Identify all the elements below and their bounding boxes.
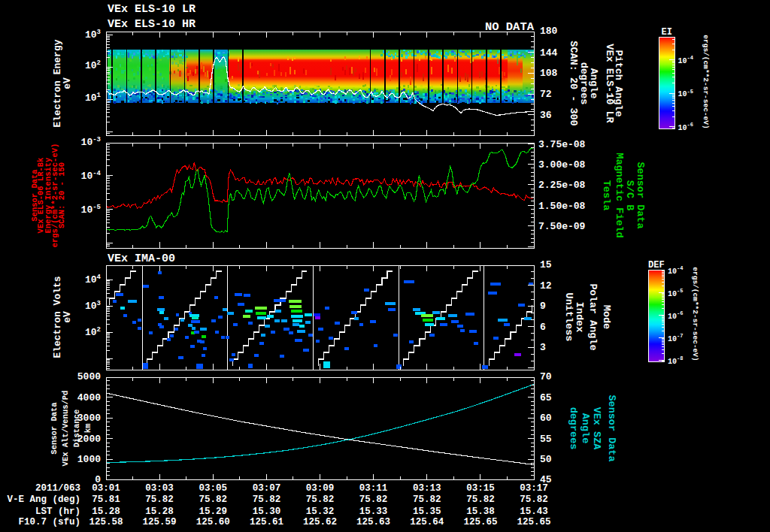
svg-text:VEx SZA: VEx SZA (591, 407, 602, 451)
svg-text:DEF: DEF (648, 260, 665, 271)
svg-text:15.38: 15.38 (466, 506, 495, 517)
svg-text:LST (hr): LST (hr) (35, 506, 80, 517)
svg-text:3.00e-08: 3.00e-08 (538, 159, 586, 171)
svg-text:3: 3 (540, 342, 546, 353)
svg-text:15.29: 15.29 (199, 506, 227, 517)
svg-text:144: 144 (540, 47, 558, 59)
svg-text:03:09: 03:09 (306, 483, 335, 494)
svg-text:F10.7 (sfu): F10.7 (sfu) (18, 517, 80, 527)
svg-text:75.82: 75.82 (253, 494, 281, 505)
svg-text:Sensor Data: Sensor Data (606, 394, 617, 461)
svg-text:125.60: 125.60 (196, 517, 230, 527)
svg-text:125.59: 125.59 (143, 517, 177, 527)
svg-text:03:11: 03:11 (359, 483, 388, 494)
svg-text:Angle: Angle (580, 413, 591, 444)
svg-text:ergs/(cm**2-sr-sec-eV): ergs/(cm**2-sr-sec-eV) (691, 267, 699, 361)
svg-text:SCAN: 20 - 150: SCAN: 20 - 150 (57, 162, 66, 228)
svg-text:75.82: 75.82 (359, 494, 388, 505)
svg-text:2011/063: 2011/063 (35, 483, 80, 494)
svg-text:V-E Ang (deg): V-E Ang (deg) (7, 494, 80, 505)
svg-text:15.30: 15.30 (253, 506, 281, 517)
svg-text:1000: 1000 (77, 454, 101, 465)
svg-text:75.82: 75.82 (199, 494, 227, 505)
svg-text:ergs/(cm**2-sr-sec-eV): ergs/(cm**2-sr-sec-eV) (702, 35, 710, 128)
svg-text:12: 12 (540, 280, 552, 292)
svg-text:VEx ELS-10 LR: VEx ELS-10 LR (604, 44, 615, 123)
svg-text:60: 60 (540, 413, 552, 424)
svg-text:75.82: 75.82 (466, 494, 495, 505)
svg-text:125.64: 125.64 (410, 517, 444, 527)
svg-text:72: 72 (540, 89, 552, 100)
svg-text:6: 6 (540, 322, 546, 333)
svg-text:4000: 4000 (77, 392, 101, 404)
svg-text:65: 65 (540, 392, 552, 404)
svg-text:NO DATA: NO DATA (485, 20, 535, 34)
svg-text:Tesla: Tesla (601, 180, 612, 211)
svg-text:125.58: 125.58 (89, 517, 123, 527)
svg-text:75.82: 75.82 (520, 494, 548, 505)
svg-text:1.50e-08: 1.50e-08 (538, 201, 586, 212)
svg-text:75.82: 75.82 (413, 494, 441, 505)
svg-text:VEx ELS-10 HR: VEx ELS-10 HR (108, 18, 196, 31)
svg-text:125.62: 125.62 (303, 517, 337, 527)
svg-text:15.33: 15.33 (359, 506, 388, 517)
svg-text:15.28: 15.28 (92, 506, 120, 517)
svg-text:3.75e-08: 3.75e-08 (538, 139, 586, 150)
svg-text:VEx Alt/Venus/Pd: VEx Alt/Venus/Pd (61, 391, 70, 467)
svg-text:EI: EI (662, 27, 672, 38)
svg-text:15.32: 15.32 (306, 506, 335, 517)
svg-text:Unitless: Unitless (563, 293, 574, 342)
svg-text:15.35: 15.35 (413, 506, 441, 517)
svg-text:km: km (83, 424, 92, 434)
svg-text:03:13: 03:13 (413, 483, 441, 494)
svg-text:75.81: 75.81 (92, 494, 120, 505)
svg-text:180: 180 (540, 26, 558, 37)
svg-text:50: 50 (540, 454, 552, 465)
svg-text:55: 55 (540, 434, 552, 445)
svg-text:Sensor Data: Sensor Data (50, 402, 59, 455)
svg-text:S/C B: S/C B (624, 180, 635, 211)
svg-text:125.61: 125.61 (250, 517, 283, 527)
svg-text:75.82: 75.82 (145, 494, 174, 505)
svg-text:eV: eV (62, 311, 73, 323)
svg-text:degrees: degrees (578, 62, 590, 105)
svg-text:03:05: 03:05 (199, 483, 227, 494)
svg-text:7.50e-09: 7.50e-09 (538, 221, 586, 232)
svg-text:15.43: 15.43 (520, 506, 548, 517)
svg-text:Distance: Distance (72, 410, 81, 447)
svg-text:03:01: 03:01 (92, 483, 120, 494)
svg-text:eV: eV (62, 77, 73, 89)
svg-text:125.63: 125.63 (356, 517, 390, 527)
svg-text:108: 108 (540, 68, 558, 79)
svg-text:03:07: 03:07 (253, 483, 281, 494)
svg-text:Magnetic Field: Magnetic Field (614, 153, 625, 237)
svg-text:70: 70 (540, 371, 552, 382)
svg-text:Index: Index (574, 302, 585, 333)
svg-text:SCAN: 20 - 300: SCAN: 20 - 300 (568, 41, 579, 125)
svg-text:5000: 5000 (77, 371, 101, 382)
svg-text:degrees: degrees (568, 407, 579, 450)
svg-text:VEx ELS-10 LR: VEx ELS-10 LR (108, 3, 196, 16)
svg-text:15.28: 15.28 (145, 506, 174, 517)
svg-text:9: 9 (540, 301, 546, 312)
svg-text:75.82: 75.82 (306, 494, 335, 505)
svg-text:36: 36 (540, 110, 552, 121)
svg-text:03:17: 03:17 (520, 483, 548, 494)
svg-text:Mode: Mode (601, 305, 612, 329)
svg-text:03:15: 03:15 (466, 483, 495, 494)
svg-text:03:03: 03:03 (145, 483, 174, 494)
svg-text:15: 15 (540, 259, 552, 271)
svg-text:Polar Angle: Polar Angle (587, 283, 599, 350)
svg-text:2.25e-08: 2.25e-08 (538, 180, 586, 191)
svg-text:125.65: 125.65 (517, 517, 550, 527)
svg-text:Sensor Data: Sensor Data (635, 162, 646, 228)
svg-text:VEx IMA-00: VEx IMA-00 (108, 252, 175, 265)
svg-text:125.65: 125.65 (463, 517, 497, 527)
